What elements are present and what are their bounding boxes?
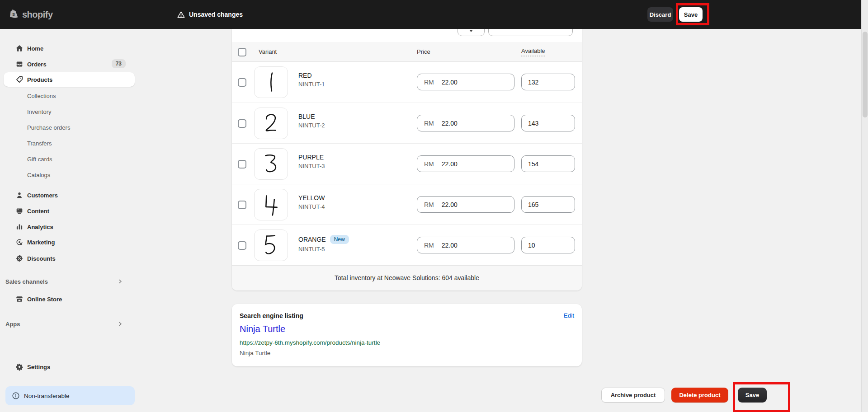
warning-icon xyxy=(177,11,185,18)
variant-info: ORANGE New NINTUT-5 xyxy=(298,235,349,253)
currency-prefix: RM xyxy=(424,79,434,86)
sidebar-item-label: Discounts xyxy=(27,255,56,262)
row-checkbox[interactable] xyxy=(238,119,246,128)
variants-table-header: Variant Price Available xyxy=(232,42,582,62)
variant-thumbnail[interactable] xyxy=(254,189,288,220)
sidebar-item-label: Catalogs xyxy=(27,172,50,178)
seo-edit-link[interactable]: Edit xyxy=(564,312,574,319)
sidebar-item-home[interactable]: Home xyxy=(4,41,135,56)
apps-header[interactable]: Apps xyxy=(5,317,135,331)
price-field: RM xyxy=(417,237,514,253)
sidebar-item-label: Content xyxy=(27,208,49,215)
sidebar-item-purchase-orders[interactable]: Purchase orders xyxy=(4,120,135,135)
seo-page-title-link[interactable]: Ninja Turtle xyxy=(240,324,285,334)
sidebar-item-gift-cards[interactable]: Gift cards xyxy=(4,152,135,166)
sidebar-item-label: Home xyxy=(27,45,43,52)
sidebar-item-catalogs[interactable]: Catalogs xyxy=(4,168,135,182)
archive-product-button[interactable]: Archive product xyxy=(601,388,665,403)
shopify-logo[interactable]: S shopify xyxy=(8,0,53,29)
available-field xyxy=(521,237,575,253)
shopify-wordmark: shopify xyxy=(22,9,53,20)
variant-row-orange: ORANGE New NINTUT-5 RM xyxy=(232,225,582,265)
variant-sku: NINTUT-2 xyxy=(298,122,325,129)
orders-count-badge: 73 xyxy=(112,59,126,68)
sidebar-item-settings[interactable]: Settings xyxy=(4,360,135,374)
annotation-highlight-save-topbar xyxy=(676,3,709,25)
handdrawn-digit-5 xyxy=(255,229,288,261)
discount-icon xyxy=(15,254,24,263)
search-engine-listing-card: Search engine listing Edit Ninja Turtle … xyxy=(232,304,582,366)
variant-name: BLUE xyxy=(298,113,325,120)
sidebar-item-products[interactable]: Products xyxy=(4,72,135,87)
gear-icon xyxy=(15,362,24,371)
info-icon xyxy=(12,392,20,400)
column-header-available[interactable]: Available xyxy=(521,47,545,56)
plan-status-pill[interactable]: Non-transferable xyxy=(5,386,135,405)
sidebar-item-marketing[interactable]: Marketing xyxy=(4,235,135,249)
sales-channels-header[interactable]: Sales channels xyxy=(5,274,135,289)
delete-product-button[interactable]: Delete product xyxy=(671,388,728,403)
caret-down-icon xyxy=(469,30,473,32)
row-checkbox[interactable] xyxy=(238,160,246,169)
sidebar-item-discounts[interactable]: Discounts xyxy=(4,251,135,266)
variant-info: BLUE NINTUT-2 xyxy=(298,113,325,129)
page-scrollbar[interactable] xyxy=(861,0,868,412)
price-input[interactable] xyxy=(442,201,505,208)
plan-badge-label: Non-transferable xyxy=(24,393,70,399)
sidebar-item-label: Settings xyxy=(27,364,50,370)
price-field: RM xyxy=(417,74,514,90)
available-input[interactable] xyxy=(528,160,566,168)
sidebar-item-transfers[interactable]: Transfers xyxy=(4,136,135,150)
variant-name: ORANGE xyxy=(298,236,326,243)
sidebar-item-label: Inventory xyxy=(27,108,51,115)
variant-name: RED xyxy=(298,72,325,79)
storefront-icon xyxy=(15,295,24,304)
available-input[interactable] xyxy=(528,79,566,86)
svg-text:S: S xyxy=(12,12,15,17)
sidebar-item-online-store[interactable]: Online Store xyxy=(4,292,135,306)
variant-thumbnail[interactable] xyxy=(254,108,288,139)
sidebar-item-content[interactable]: Content xyxy=(4,204,135,218)
sidebar-item-collections[interactable]: Collections xyxy=(4,89,135,103)
sidebar-item-analytics[interactable]: Analytics xyxy=(4,220,135,234)
sidebar-item-label: Analytics xyxy=(27,224,53,230)
row-checkbox[interactable] xyxy=(238,78,246,87)
available-input[interactable] xyxy=(528,120,566,127)
column-header-variant: Variant xyxy=(259,48,277,55)
available-input[interactable] xyxy=(528,201,566,208)
handdrawn-digit-4 xyxy=(255,189,288,220)
variant-sku: NINTUT-1 xyxy=(298,81,325,88)
price-input[interactable] xyxy=(442,242,505,249)
variant-row-yellow: YELLOW NINTUT-4 RM xyxy=(232,184,582,225)
content-icon xyxy=(15,206,24,215)
currency-prefix: RM xyxy=(424,120,434,127)
sales-channels-label: Sales channels xyxy=(5,278,48,285)
sidebar-item-orders[interactable]: Orders 73 xyxy=(4,57,135,71)
variant-thumbnail[interactable] xyxy=(254,229,288,261)
variant-sku: NINTUT-4 xyxy=(298,203,325,210)
price-input[interactable] xyxy=(442,160,505,168)
price-input[interactable] xyxy=(442,79,505,86)
sidebar-item-label: Customers xyxy=(27,192,58,199)
scrollbar-thumb[interactable] xyxy=(863,32,868,117)
sidebar-item-inventory[interactable]: Inventory xyxy=(4,104,135,119)
row-checkbox[interactable] xyxy=(238,241,246,250)
total-inventory-footer: Total inventory at Neowave Solutions: 60… xyxy=(232,265,582,290)
variant-thumbnail[interactable] xyxy=(254,66,288,98)
variant-info: PURPLE NINTUT-3 xyxy=(298,154,325,169)
variant-thumbnail[interactable] xyxy=(254,148,288,180)
row-checkbox[interactable] xyxy=(238,201,246,209)
discard-button[interactable]: Discard xyxy=(647,7,673,22)
variant-name: YELLOW xyxy=(298,194,325,201)
handdrawn-digit-1 xyxy=(255,66,288,98)
sidebar-item-label: Products xyxy=(27,76,52,83)
select-all-checkbox[interactable] xyxy=(238,48,246,56)
sidebar-item-label: Orders xyxy=(27,61,47,68)
sidebar-item-customers[interactable]: Customers xyxy=(4,188,135,202)
price-input[interactable] xyxy=(442,120,505,127)
sidebar-nav: Home Orders 73 Products Collections Inve… xyxy=(0,29,138,412)
tag-icon xyxy=(15,75,24,84)
available-input[interactable] xyxy=(528,242,566,249)
seo-card-title: Search engine listing xyxy=(240,312,303,319)
sidebar-item-label: Collections xyxy=(27,93,56,99)
